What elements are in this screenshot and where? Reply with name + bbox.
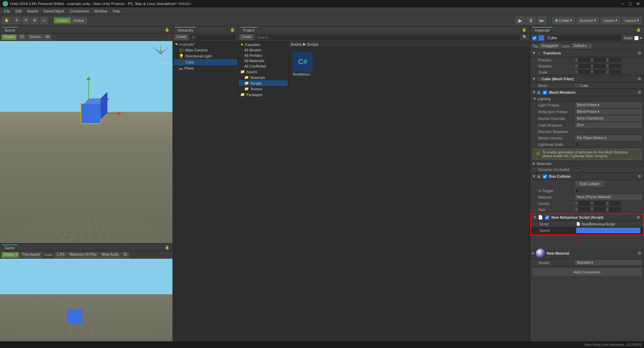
menu-edit[interactable]: Edit bbox=[13, 8, 24, 14]
tab-scene[interactable]: Scene bbox=[2, 27, 18, 33]
new-material-header[interactable]: New Material ⚙ bbox=[530, 248, 644, 259]
scene-viewport[interactable]: Persp X Y Z bbox=[0, 41, 172, 243]
object-active-toggle[interactable] bbox=[532, 36, 537, 40]
2d-button[interactable]: 2D bbox=[18, 34, 26, 40]
scale-z[interactable]: 1 bbox=[609, 70, 621, 74]
game-lock-button[interactable]: 🔒 bbox=[164, 245, 170, 250]
project-lock-button[interactable]: 🔒 bbox=[521, 28, 528, 32]
menu-assets[interactable]: Assets bbox=[24, 8, 41, 14]
mesh-filter-header[interactable]: ⬡ Cube (Mesh Filter) ⚙ bbox=[530, 76, 644, 83]
close-button[interactable]: ✕ bbox=[635, 1, 641, 6]
position-z[interactable]: 0 bbox=[609, 58, 621, 62]
hierarchy-item-cube[interactable]: ⬛ Cube bbox=[174, 59, 237, 65]
all-prefabs-item[interactable]: All Prefabs bbox=[239, 53, 288, 58]
tab-project[interactable]: Project bbox=[240, 27, 257, 33]
new-behaviour-script-header[interactable]: 📄 New Behaviour Script (Script) ⚙ bbox=[531, 214, 643, 221]
receive-shadows-checkbox[interactable] bbox=[575, 130, 579, 134]
all-conflicted-item[interactable]: All Conflicted bbox=[239, 63, 288, 69]
mesh-renderer-toggle[interactable] bbox=[543, 90, 547, 95]
game-viewport[interactable] bbox=[0, 259, 172, 348]
lightmap-static-checkbox[interactable] bbox=[575, 142, 579, 146]
account-button[interactable]: Account ▾ bbox=[577, 17, 599, 24]
box-collider-header[interactable]: ▣ Box Collider ⚙ bbox=[530, 173, 644, 180]
dynamic-occluded-checkbox[interactable] bbox=[575, 168, 579, 172]
scale-y[interactable]: 1 bbox=[594, 70, 606, 74]
hierarchy-search-input[interactable] bbox=[190, 34, 237, 40]
hierarchy-item-main-camera[interactable]: 🎥 Main Camera bbox=[174, 47, 237, 53]
all-models-item[interactable]: All Models bbox=[239, 47, 288, 53]
project-search-icon[interactable]: 🔍 bbox=[522, 35, 528, 39]
reflection-probes-dropdown[interactable]: Blend Probes▾ bbox=[575, 109, 641, 114]
assets-group[interactable]: 📁 Assets bbox=[239, 69, 288, 75]
static-dropdown-icon[interactable]: ▾ bbox=[640, 36, 642, 40]
layer-dropdown[interactable]: Default▾ bbox=[572, 43, 592, 48]
scale-x[interactable]: 1 bbox=[578, 70, 590, 74]
center-z[interactable]: 0 bbox=[609, 201, 621, 206]
add-component-button[interactable]: Add Component bbox=[533, 268, 641, 276]
hierarchy-item-directional-light[interactable]: 💡 Directional Light bbox=[174, 53, 237, 59]
tag-dropdown[interactable]: Untagged▾ bbox=[540, 43, 560, 48]
is-trigger-checkbox[interactable] bbox=[575, 189, 579, 193]
edit-collider-button[interactable]: Edit Collider bbox=[576, 181, 604, 187]
hierarchy-lock-button[interactable]: 🔒 bbox=[229, 28, 236, 32]
scripts-folder[interactable]: 📁 Scripts bbox=[239, 80, 288, 86]
light-probes-dropdown[interactable]: Blend Probes▾ bbox=[575, 102, 641, 107]
size-y[interactable]: 1 bbox=[594, 207, 606, 212]
transform-settings-icon[interactable]: ⚙ bbox=[637, 51, 642, 55]
hierarchy-item-plane[interactable]: ▬ Plane bbox=[174, 65, 237, 71]
shaded-button[interactable]: Shaded bbox=[1, 34, 17, 40]
collab-button[interactable]: Collab ▾ bbox=[552, 17, 575, 24]
anchor-override-dropdown[interactable]: None (Transform) bbox=[575, 116, 641, 121]
script-toggle[interactable] bbox=[545, 215, 549, 220]
position-x[interactable]: 0 bbox=[578, 58, 590, 62]
all-button[interactable]: All bbox=[44, 34, 51, 40]
size-x[interactable]: 1 bbox=[578, 207, 590, 212]
scale-value[interactable]: 1.25x bbox=[55, 252, 67, 258]
size-z[interactable]: 1 bbox=[609, 207, 621, 212]
material-settings-icon[interactable]: ⚙ bbox=[637, 251, 642, 256]
rect-tool-button[interactable]: ▭ bbox=[40, 17, 48, 24]
collider-material-dropdown[interactable]: None (Physic Material) bbox=[575, 194, 641, 200]
materials-folder[interactable]: 📁 Materials bbox=[239, 75, 288, 80]
rotation-x[interactable]: 0 bbox=[578, 64, 590, 68]
global-button[interactable]: Global bbox=[70, 18, 87, 23]
speed-input[interactable]: 2 bbox=[576, 228, 640, 233]
minimize-button[interactable]: − bbox=[621, 1, 626, 6]
center-y[interactable]: 0 bbox=[594, 201, 606, 206]
breadcrumb-scripts[interactable]: Scripts bbox=[307, 42, 318, 46]
breadcrumb-assets[interactable]: Assets bbox=[291, 42, 302, 46]
project-search-input[interactable] bbox=[255, 34, 520, 40]
step-button[interactable]: ⏭ bbox=[537, 16, 546, 25]
maximize-button[interactable]: □ bbox=[628, 1, 633, 6]
move-tool-button[interactable]: ✛ bbox=[13, 17, 20, 24]
shader-dropdown[interactable]: Standard▾ bbox=[575, 260, 641, 265]
center-button[interactable]: Center bbox=[54, 18, 70, 23]
aspect-button[interactable]: Free Aspect bbox=[20, 252, 42, 258]
rotation-z[interactable]: 0 bbox=[609, 64, 621, 68]
display-button[interactable]: Display 1 bbox=[1, 252, 19, 258]
box-collider-toggle[interactable] bbox=[543, 174, 547, 179]
layers-button[interactable]: Layers ▾ bbox=[600, 17, 621, 24]
rotate-tool-button[interactable]: ↺ bbox=[22, 17, 30, 24]
menu-help[interactable]: Help bbox=[110, 8, 123, 14]
menu-gameobject[interactable]: GameObject bbox=[41, 8, 67, 14]
menu-window[interactable]: Window bbox=[91, 8, 110, 14]
script-settings-icon[interactable]: ⚙ bbox=[636, 215, 641, 220]
box-collider-settings-icon[interactable]: ⚙ bbox=[637, 174, 642, 179]
maximize-on-play-button[interactable]: Maximize On Play bbox=[68, 252, 99, 258]
rotation-y[interactable]: 0 bbox=[594, 64, 606, 68]
file-newbehaviour[interactable]: C# NewBehavi... bbox=[291, 50, 314, 78]
tab-hierarchy[interactable]: Hierarchy bbox=[175, 27, 196, 33]
cast-shadows-dropdown[interactable]: On▾ bbox=[575, 123, 641, 128]
hand-tool-button[interactable]: ✋ bbox=[2, 17, 11, 24]
transform-component-header[interactable]: ↔ Transform ⚙ bbox=[530, 49, 644, 57]
static-checkbox[interactable] bbox=[634, 36, 639, 40]
scale-tool-button[interactable]: ⊕ bbox=[31, 17, 39, 24]
all-materials-item[interactable]: All Materials bbox=[239, 58, 288, 63]
center-x[interactable]: 0 bbox=[578, 201, 590, 206]
mesh-renderer-header[interactable]: ▣ Mesh Renderer ⚙ bbox=[530, 89, 644, 96]
favorites-group[interactable]: ★ Favorites bbox=[239, 42, 288, 47]
object-name-field[interactable] bbox=[546, 35, 622, 41]
mesh-filter-settings-icon[interactable]: ⚙ bbox=[637, 77, 642, 81]
menu-component[interactable]: Component bbox=[67, 8, 91, 14]
